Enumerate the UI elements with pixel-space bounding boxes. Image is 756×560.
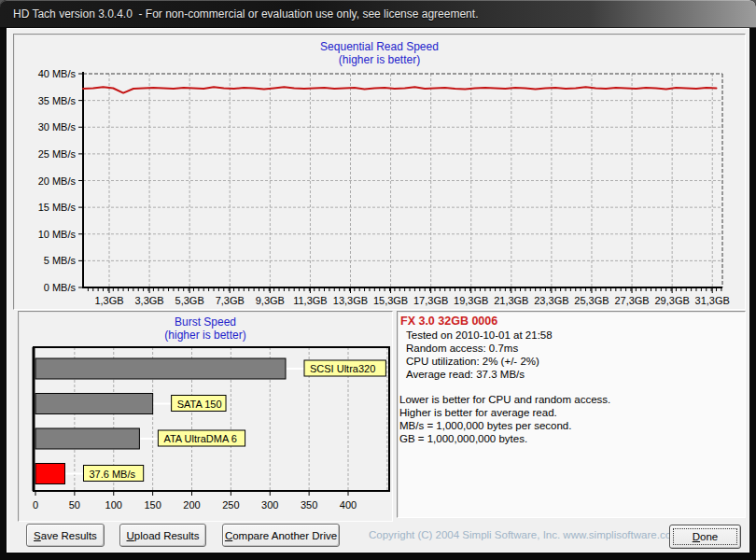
x-tick-label: 50	[69, 499, 80, 511]
y-tick-label: 0 MB/s	[44, 282, 77, 293]
upload-results-button[interactable]: Upload Results	[119, 524, 206, 547]
copyright-text: Copyright (C) 2004 Simpli Software, Inc.…	[369, 529, 680, 540]
y-tick-label: 20 MB/s	[38, 175, 77, 187]
x-tick-label: 25,3GB	[574, 295, 609, 306]
x-tick-label: 150	[144, 499, 161, 511]
sequential-chart-panel: Sequential Read Speed (higher is better)…	[13, 34, 746, 310]
burst-bar	[35, 464, 64, 484]
x-tick-label: 100	[105, 499, 122, 511]
drive-stats: Tested on 2010-10-01 at 21:58Random acce…	[398, 329, 745, 381]
x-tick-label: 3,3GB	[134, 295, 163, 306]
drive-name: FX 3.0 32GB 0006	[398, 312, 745, 329]
x-tick-label: 21,3GB	[494, 295, 528, 306]
info-note-line: Lower is better for CPU and random acces…	[398, 393, 745, 406]
x-tick-label: 7,3GB	[216, 295, 245, 306]
x-tick-label: 400	[340, 499, 357, 511]
done-button[interactable]: Done	[669, 525, 741, 549]
y-tick-label: 35 MB/s	[38, 95, 77, 106]
x-tick-label: 17,3GB	[413, 295, 448, 306]
y-tick-label: 15 MB/s	[38, 202, 77, 213]
window-title: HD Tach version 3.0.4.0 - For non-commer…	[13, 7, 478, 21]
info-note-line: Higher is better for average read.	[398, 406, 745, 419]
info-note-line: GB = 1,000,000,000 bytes.	[398, 432, 745, 445]
x-tick-label: 11,3GB	[293, 295, 328, 306]
x-tick-label: 27,3GB	[614, 295, 649, 306]
x-tick-label: 13,3GB	[333, 295, 368, 306]
bar-label-text: 37.6 MB/s	[89, 469, 135, 480]
y-tick-label: 40 MB/s	[38, 68, 77, 79]
y-tick-label: 25 MB/s	[38, 148, 77, 160]
x-tick-label: 0	[33, 499, 38, 511]
drive-info-panel: FX 3.0 32GB 0006 Tested on 2010-10-01 at…	[397, 311, 746, 518]
x-tick-label: 15,3GB	[373, 295, 408, 306]
burst-bar	[35, 394, 153, 414]
x-tick-label: 19,3GB	[454, 295, 488, 306]
x-tick-label: 200	[183, 499, 200, 511]
drive-stat-line: Random access: 0.7ms	[398, 342, 745, 355]
save-results-button[interactable]: Save Results	[26, 524, 105, 547]
x-tick-label: 31,3GB	[695, 295, 730, 306]
drive-stat-line: Average read: 37.3 MB/s	[398, 368, 745, 381]
x-tick-label: 250	[222, 499, 239, 511]
bar-label-text: SATA 150	[177, 399, 222, 410]
burst-speed-chart: SCSI Ultra320SATA 150ATA UltraDMA 637.6 …	[19, 312, 392, 521]
compare-another-drive-button[interactable]: Compare Another Drive	[222, 524, 340, 547]
app-window: HD Tach version 3.0.4.0 - For non-commer…	[0, 0, 756, 560]
y-tick-label: 10 MB/s	[38, 229, 77, 240]
x-tick-label: 23,3GB	[534, 295, 568, 306]
sequential-read-chart: 0 MB/s5 MB/s10 MB/s15 MB/s20 MB/s25 MB/s…	[14, 35, 745, 309]
x-tick-label: 29,3GB	[654, 295, 689, 306]
bar-label-text: ATA UltraDMA 6	[163, 433, 236, 444]
info-gap	[398, 381, 745, 393]
info-notes: Lower is better for CPU and random acces…	[398, 393, 745, 445]
burst-bar	[35, 358, 286, 379]
bar-label-text: SCSI Ultra320	[310, 363, 375, 374]
x-tick-label: 350	[301, 499, 317, 511]
info-note-line: MB/s = 1,000,000 bytes per second.	[398, 419, 745, 432]
y-tick-label: 5 MB/s	[44, 255, 77, 266]
burst-chart-panel: Burst Speed (higher is better) SCSI Ultr…	[18, 311, 393, 522]
y-tick-label: 30 MB/s	[38, 121, 77, 133]
x-tick-label: 300	[261, 499, 278, 511]
x-tick-label: 9,3GB	[256, 295, 285, 306]
burst-bar	[35, 428, 139, 449]
content-frame: Sequential Read Speed (higher is better)…	[7, 28, 749, 553]
title-bar[interactable]: HD Tach version 3.0.4.0 - For non-commer…	[0, 0, 756, 28]
x-tick-label: 5,3GB	[175, 295, 204, 306]
read-speed-line	[83, 87, 717, 92]
drive-stat-line: Tested on 2010-10-01 at 21:58	[398, 329, 745, 342]
x-tick-label: 1,3GB	[94, 295, 123, 306]
drive-stat-line: CPU utilization: 2% (+/- 2%)	[398, 355, 745, 368]
